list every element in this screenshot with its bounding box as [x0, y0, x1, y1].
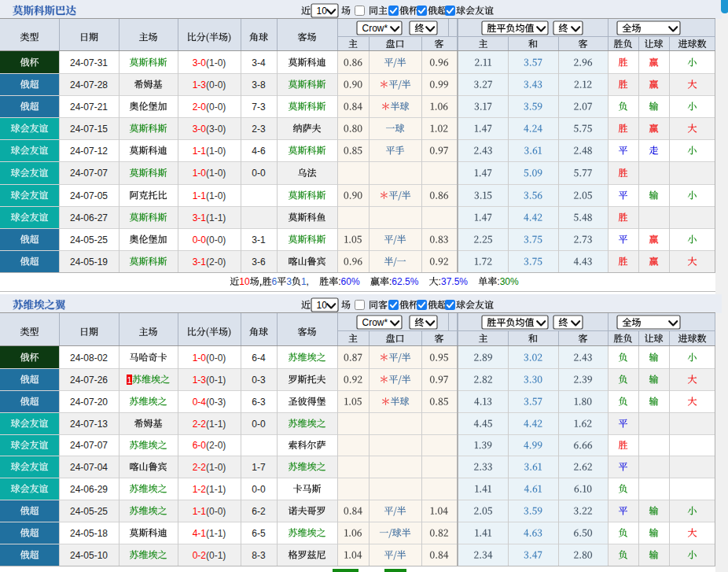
svg-text:1-1: 1-1	[193, 190, 207, 201]
svg-text:10: 10	[317, 300, 328, 311]
svg-text:37.5%: 37.5%	[441, 276, 468, 287]
svg-text:1-1: 1-1	[193, 146, 207, 157]
svg-text:24-07-28: 24-07-28	[70, 79, 108, 90]
svg-text:6-0: 6-0	[193, 440, 207, 451]
svg-text:24-07-07: 24-07-07	[70, 168, 108, 179]
svg-text:1-0: 1-0	[193, 352, 207, 363]
svg-text:(1-1): (1-1)	[206, 212, 226, 223]
svg-text:(1-1): (1-1)	[206, 484, 226, 495]
svg-text:10: 10	[239, 276, 250, 287]
svg-text:2-2: 2-2	[193, 419, 207, 430]
svg-text:30%: 30%	[500, 276, 519, 287]
svg-text:0-4: 0-4	[193, 397, 207, 408]
svg-text:(1-0): (1-0)	[206, 168, 226, 179]
svg-text:24-07-12: 24-07-12	[70, 146, 108, 157]
svg-text:0-0: 0-0	[252, 168, 266, 179]
svg-text:24-05-25: 24-05-25	[70, 234, 108, 245]
svg-text:0-0: 0-0	[252, 419, 266, 430]
svg-text:1: 1	[127, 375, 131, 385]
svg-text:3-1: 3-1	[193, 256, 207, 268]
svg-text:Crow*: Crow*	[362, 317, 388, 328]
svg-text:(1-0): (1-0)	[206, 146, 226, 157]
svg-text:Crow*: Crow*	[362, 23, 388, 34]
svg-text:24-07-20: 24-07-20	[70, 397, 108, 408]
svg-text:24-07-04: 24-07-04	[70, 462, 108, 473]
svg-text:(0-1): (0-1)	[206, 375, 226, 386]
svg-text:6-4: 6-4	[252, 352, 266, 363]
svg-text:1-0: 1-0	[193, 168, 207, 179]
svg-text:24-05-18: 24-05-18	[70, 528, 108, 539]
svg-text:6-5: 6-5	[252, 528, 266, 539]
svg-text:2-3: 2-3	[252, 124, 266, 135]
svg-text:(0-0): (0-0)	[206, 352, 226, 363]
svg-text:24-06-27: 24-06-27	[70, 212, 108, 223]
svg-text:24-07-05: 24-07-05	[70, 190, 108, 201]
svg-text:1-2: 1-2	[193, 484, 207, 495]
svg-text:7-3: 7-3	[252, 101, 266, 113]
svg-text:(0-0): (0-0)	[206, 101, 226, 113]
svg-text:3-4: 3-4	[252, 57, 266, 68]
svg-text:24-05-25: 24-05-25	[70, 506, 108, 517]
svg-text:(0-0): (0-0)	[206, 506, 226, 517]
svg-text:0-3: 0-3	[252, 375, 266, 386]
svg-text:(1-0): (1-0)	[206, 57, 226, 68]
svg-text:6: 6	[272, 276, 278, 287]
svg-text:3-1: 3-1	[193, 212, 207, 223]
svg-text:(2-0): (2-0)	[206, 256, 226, 268]
svg-text:(3-0): (3-0)	[206, 124, 226, 135]
svg-text:3-6: 3-6	[252, 256, 266, 268]
svg-text:,: ,	[307, 276, 309, 287]
svg-text:24-07-15: 24-07-15	[70, 124, 108, 135]
svg-text:4-6: 4-6	[252, 146, 266, 157]
svg-text:1-3: 1-3	[193, 375, 207, 386]
svg-text:2-0: 2-0	[193, 101, 207, 113]
svg-text:24-06-29: 24-06-29	[70, 484, 108, 495]
svg-text:3-0: 3-0	[193, 57, 207, 68]
svg-text:24-05-10: 24-05-10	[70, 550, 108, 561]
svg-text:3-1: 3-1	[252, 234, 266, 245]
svg-text:(1-1): (1-1)	[206, 419, 226, 430]
svg-text:1-1: 1-1	[193, 506, 207, 517]
svg-text:62.5%: 62.5%	[392, 276, 418, 287]
svg-text:0-0: 0-0	[252, 484, 266, 495]
svg-text:0-0: 0-0	[193, 234, 207, 245]
svg-text:(0-1): (0-1)	[206, 550, 226, 561]
svg-text:(1-1): (1-1)	[206, 528, 226, 539]
svg-text:4-1: 4-1	[193, 528, 207, 539]
svg-text:3-0: 3-0	[193, 124, 207, 135]
svg-text:24-07-13: 24-07-13	[70, 419, 108, 430]
svg-text:(0-3): (0-3)	[206, 397, 226, 408]
svg-text:(2-0): (2-0)	[206, 440, 226, 451]
svg-text:6-2: 6-2	[252, 506, 266, 517]
svg-text:0-2: 0-2	[193, 550, 207, 561]
svg-text:24-08-02: 24-08-02	[70, 352, 108, 363]
svg-text:1-7: 1-7	[252, 462, 266, 473]
svg-text:60%: 60%	[341, 276, 360, 287]
svg-text:24-07-21: 24-07-21	[70, 101, 108, 113]
svg-text:(0-0): (0-0)	[206, 79, 226, 90]
svg-text:24-07-07: 24-07-07	[70, 440, 108, 451]
svg-text:(0-0): (0-0)	[206, 234, 226, 245]
svg-text:3-8: 3-8	[252, 79, 266, 90]
svg-text:24-07-31: 24-07-31	[70, 57, 108, 68]
svg-text:3: 3	[286, 276, 292, 287]
svg-text:2-2: 2-2	[193, 462, 207, 473]
svg-text:(1-0): (1-0)	[206, 462, 226, 473]
svg-text:24-05-19: 24-05-19	[70, 256, 108, 268]
svg-text:10: 10	[317, 6, 328, 17]
svg-text:24-07-26: 24-07-26	[70, 375, 108, 386]
svg-text:(1-0): (1-0)	[206, 190, 226, 201]
svg-text:8-3: 8-3	[252, 550, 266, 561]
svg-text:6-3: 6-3	[252, 397, 266, 408]
svg-text:1-3: 1-3	[193, 79, 207, 90]
